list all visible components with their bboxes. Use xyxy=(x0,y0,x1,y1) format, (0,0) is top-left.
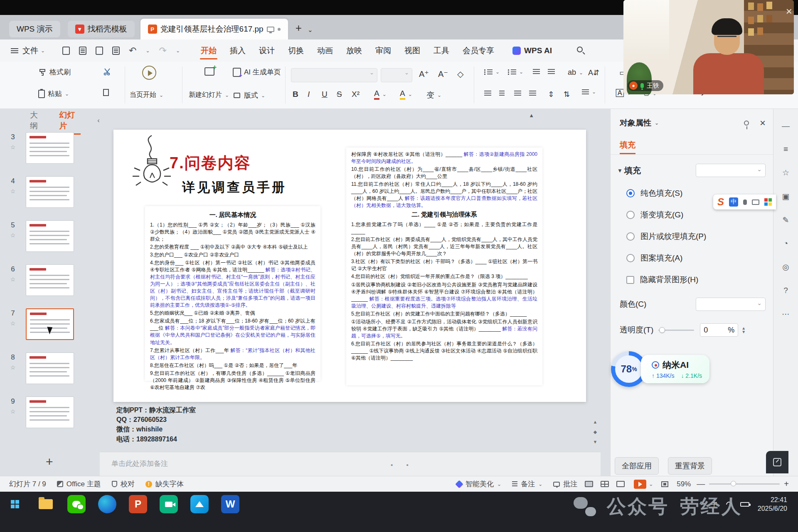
tab-fill[interactable]: 填充 xyxy=(620,140,635,154)
windows-start-icon[interactable] xyxy=(6,495,24,513)
smart-beautify-button[interactable]: 智能美化⌄ xyxy=(456,479,501,489)
tab-wps-home[interactable]: WPS 演示 xyxy=(9,21,60,37)
slide[interactable]: 7.问卷内容 详见调查员手册 一. 居民基本情况1.（1）您的性别___ ①男 … xyxy=(113,130,586,402)
file-menu[interactable]: 文件⌄ xyxy=(22,45,45,56)
clock[interactable]: 22:41 2025/6/20 xyxy=(758,496,787,513)
tab-template-store[interactable]: ▼ 找稻壳模板 xyxy=(68,21,135,37)
font-name-select[interactable] xyxy=(291,68,377,82)
text-direction-button[interactable]: A⇵ xyxy=(588,68,599,77)
zoom-in-button[interactable]: + xyxy=(784,479,789,489)
collapse-ribbon-icon[interactable]: ▲ xyxy=(529,112,534,118)
fill-option[interactable]: 图片或纹理填充(P) xyxy=(626,231,773,242)
align-center-button[interactable] xyxy=(499,91,505,96)
tab-slides[interactable]: 幻灯片 xyxy=(59,110,81,131)
print-preview-icon[interactable] xyxy=(112,47,120,55)
slide-thumbnail[interactable]: 6 ☆ xyxy=(0,264,100,296)
bold-button[interactable]: B xyxy=(293,90,298,99)
font-size-select[interactable] xyxy=(381,68,412,82)
cut-button[interactable] xyxy=(103,67,111,76)
decrease-font-button[interactable]: A⁻ xyxy=(438,69,448,79)
add-slide-button[interactable]: + xyxy=(46,455,53,469)
redo-icon[interactable]: ↷ xyxy=(159,45,167,56)
paste-button[interactable]: 粘贴⌄ xyxy=(38,89,69,99)
menu-tab[interactable]: 会员专享 xyxy=(456,41,501,60)
line-spacing-button[interactable]: ⇕ xyxy=(548,90,554,99)
export-icon[interactable] xyxy=(79,47,86,55)
nano-ai-widget[interactable]: 78% 纳米AI ↑ 134K/s ↓ 2.1K/s xyxy=(611,351,709,387)
superscript-button[interactable]: X² xyxy=(352,90,360,99)
wps-ai-button[interactable]: WPS AI xyxy=(512,46,552,55)
tab-presentation[interactable]: P 党建引领基层社会治理617.pp xyxy=(140,19,288,39)
print-icon[interactable] xyxy=(96,47,103,55)
increase-font-button[interactable]: A⁺ xyxy=(419,69,429,79)
close-icon[interactable]: × xyxy=(786,5,792,18)
columns-button[interactable]: ⌄ xyxy=(582,89,596,95)
powerpoint-icon[interactable]: P xyxy=(129,495,147,513)
slide-thumbnail[interactable]: 3 ☆ xyxy=(0,132,100,164)
slide-thumbnail[interactable]: 9 ☆ xyxy=(0,397,100,428)
align-right-button[interactable] xyxy=(514,91,521,96)
menu-tab[interactable]: 审阅 xyxy=(369,41,398,60)
normal-view-button[interactable] xyxy=(585,481,593,487)
italic-button[interactable]: I xyxy=(308,90,310,99)
menu-tab[interactable]: 放映 xyxy=(340,41,369,60)
fill-option[interactable]: 渐变填充(G) xyxy=(626,209,773,220)
slide-thumbnail[interactable]: 5 ☆ xyxy=(0,220,100,252)
reading-view-button[interactable] xyxy=(616,481,625,487)
mic-icon[interactable] xyxy=(743,200,747,205)
decrease-indent-button[interactable] xyxy=(533,69,540,74)
slide-thumbnail[interactable]: 4 ☆ xyxy=(0,176,100,208)
justify-button[interactable] xyxy=(529,91,536,96)
highlight-color-button[interactable]: A⌄ xyxy=(400,89,412,100)
phonetic-guide-button[interactable]: 变⌄ xyxy=(426,90,441,101)
bullets-button[interactable]: ⌄ xyxy=(484,69,500,75)
fit-slide-icon[interactable] xyxy=(661,481,668,487)
pin-icon[interactable] xyxy=(744,121,749,126)
meeting-app-icon[interactable] xyxy=(160,495,178,513)
scroll-down-icon[interactable]: ▼ xyxy=(592,439,598,446)
layers-icon[interactable]: ▣ xyxy=(782,192,790,201)
hamburger-icon[interactable] xyxy=(11,48,18,53)
notes-bar[interactable]: 单击此处添加备注 • • xyxy=(100,452,601,476)
more-icon[interactable]: ⋯ xyxy=(782,309,790,319)
save-icon[interactable] xyxy=(62,47,70,55)
menu-tab[interactable]: 切换 xyxy=(281,41,310,60)
word-icon[interactable]: W xyxy=(221,495,239,513)
radio-icon[interactable] xyxy=(626,211,635,219)
slide-thumbnail[interactable]: 7 ☆ xyxy=(0,308,100,340)
section-collapse-icon[interactable]: ▼ xyxy=(617,167,623,174)
missing-font-button[interactable]: !缺失字体 xyxy=(145,479,184,489)
new-slide-button[interactable] xyxy=(204,67,214,76)
reset-background-button[interactable]: 重置背景 xyxy=(668,457,712,475)
comments-button[interactable]: 批注 xyxy=(553,479,577,489)
zoom-level[interactable]: 59% xyxy=(677,480,691,488)
edit-pen-icon[interactable]: ✎ xyxy=(783,215,789,225)
history-icon[interactable]: ◔ xyxy=(783,239,788,248)
ime-chinese-icon[interactable]: 中 xyxy=(729,197,738,207)
chevron-down-icon[interactable]: ⌄ xyxy=(655,120,659,126)
fill-preset-select[interactable] xyxy=(696,164,766,177)
sogou-logo-icon[interactable]: S xyxy=(717,196,724,208)
color-select[interactable] xyxy=(696,298,766,311)
format-painter-button[interactable]: 格式刷 xyxy=(38,67,71,77)
font-color-button[interactable]: A⌄ xyxy=(374,89,387,100)
edge-icon[interactable] xyxy=(98,495,116,513)
webcam-video[interactable]: ● 王轶 xyxy=(623,0,794,94)
tab-outline[interactable]: 大纲 xyxy=(30,110,44,131)
increase-indent-button[interactable] xyxy=(548,69,555,74)
settings-sliders-icon[interactable]: ≡ xyxy=(783,145,788,154)
fill-option[interactable]: 隐藏背景图形(H) xyxy=(626,274,773,285)
file-explorer-icon[interactable] xyxy=(37,495,55,513)
transparency-stepper[interactable]: ▲▼ xyxy=(741,326,746,334)
zoom-slider[interactable] xyxy=(709,483,780,485)
find-icon[interactable]: ◎ xyxy=(782,262,789,272)
transparency-slider[interactable] xyxy=(658,330,694,331)
questionnaire-right-column[interactable]: 村保障房 ⑧村改居社区 ⑨其他（请注明）______ 解答：选项②新建商品房指 … xyxy=(346,148,542,385)
clear-format-button[interactable]: ◇ xyxy=(457,69,463,79)
new-tab-button[interactable]: + xyxy=(296,22,302,34)
minimize-icon[interactable]: — xyxy=(782,121,790,131)
char-spacing-button[interactable]: ab⌄ xyxy=(568,68,583,77)
close-panel-icon[interactable]: × xyxy=(760,117,766,129)
radio-icon[interactable] xyxy=(626,232,635,241)
numbering-button[interactable]: ⌄ xyxy=(508,69,523,75)
